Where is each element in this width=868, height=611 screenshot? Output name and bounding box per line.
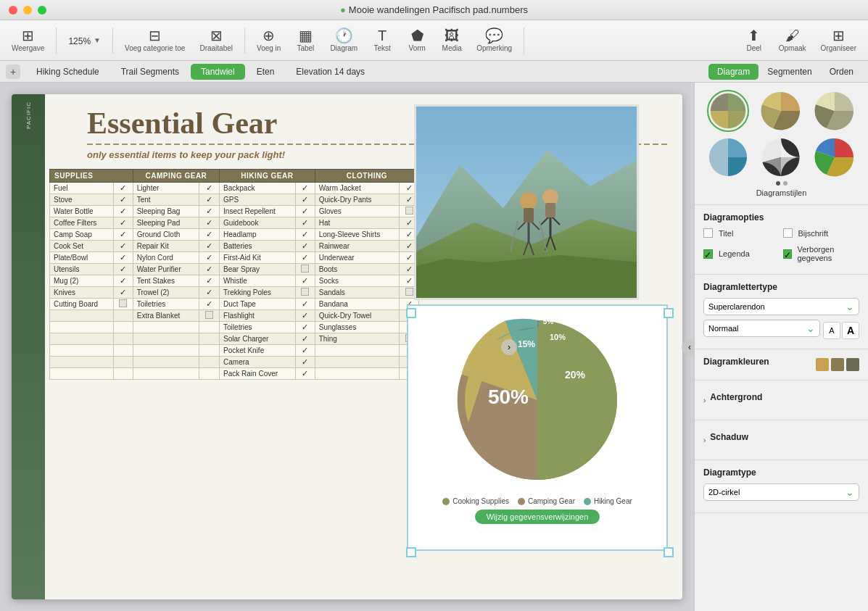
right-panel: Diagramstijlen Diagramopties Titel Bijsc… [694, 83, 868, 611]
share-button[interactable]: ⬆ Deel [738, 25, 770, 55]
media-icon: 🖼 [445, 28, 459, 43]
weergave-icon: ⊞ [22, 28, 34, 43]
col-camping: CAMPING GEAR [133, 170, 219, 183]
close-button[interactable] [9, 6, 17, 14]
hidden-data-label: Verborgen gegevens [798, 245, 860, 262]
font-size-large[interactable]: A [842, 322, 859, 339]
right-nav-arrow[interactable]: › [501, 339, 517, 355]
format-button[interactable]: 🖌 Opmaak [773, 25, 812, 55]
check-supplies[interactable]: ✓ [113, 229, 133, 241]
color-box-3[interactable] [846, 358, 859, 371]
check-supplies[interactable] [113, 299, 133, 310]
style-thumb-1[interactable] [707, 90, 749, 132]
check-supplies[interactable]: ✓ [113, 206, 133, 217]
tab-tandwiel[interactable]: Tandwiel [191, 64, 245, 80]
check-supplies[interactable]: ✓ [113, 183, 133, 194]
legend-cooking: Cooking Supplies [442, 497, 509, 505]
chart-type-title: Diagramtype [703, 467, 859, 478]
resize-handle-tl[interactable] [406, 308, 416, 318]
tab-trail-segments[interactable]: Trail Segments [111, 64, 189, 80]
check-supplies[interactable]: ✓ [113, 217, 133, 229]
diagram-font-section: Diagramlettertype Superclarendon ⌄ Norma… [695, 275, 868, 349]
table-row [50, 333, 114, 345]
check-supplies[interactable] [113, 368, 133, 380]
check-supplies[interactable]: ✓ [113, 287, 133, 299]
table-button[interactable]: ▦ Tabel [289, 25, 321, 55]
text-button[interactable]: T Tekst [366, 25, 398, 55]
minimize-button[interactable] [23, 6, 32, 14]
style-dot-1 [776, 181, 780, 186]
shape-button[interactable]: ⬟ Vorm [401, 25, 433, 55]
color-box-2[interactable] [831, 358, 844, 371]
rpanel-tab-segmenten[interactable]: Segmenten [759, 64, 820, 80]
resize-handle-br[interactable] [664, 547, 674, 557]
zoom-control[interactable]: 125% ▼ [62, 32, 107, 49]
titel-checkbox[interactable] [703, 228, 713, 238]
draaitabel-button[interactable]: ⊠ Draaitabel [194, 25, 239, 55]
font-style-select[interactable]: Normaal ⌄ [703, 320, 820, 337]
hidden-data-checkbox[interactable]: ✓ [783, 249, 792, 259]
left-nav-arrow[interactable]: ‹ [682, 339, 694, 355]
media-button[interactable]: 🖼 Media [436, 25, 468, 55]
tab-elevation[interactable]: Elevation 14 days [286, 64, 375, 80]
chart-legend: Cooking Supplies Camping Gear Hiking Gea… [439, 494, 635, 508]
legend-dot-cooking [442, 498, 450, 505]
style-thumb-2[interactable] [760, 90, 802, 132]
table-row: Knives [50, 287, 114, 299]
rpanel-tab-orden[interactable]: Orden [821, 64, 862, 80]
background-section: › Achtergrond [695, 381, 868, 420]
check-supplies[interactable] [113, 333, 133, 345]
color-box-1[interactable] [816, 358, 829, 371]
check-supplies[interactable]: ✓ [113, 275, 133, 287]
weergave-button[interactable]: ⊞ Weergave [6, 25, 50, 55]
check-supplies[interactable]: ✓ [113, 194, 133, 206]
shape-icon: ⬟ [411, 28, 423, 43]
table-row: Camp Soap [50, 229, 114, 241]
toolbar: ⊞ Weergave 125% ▼ ⊟ Voeg categorie toe ⊠… [0, 20, 868, 61]
main-layout: PACIFIC Essential Gear only essential it… [0, 83, 868, 611]
check-supplies[interactable] [113, 345, 133, 357]
titlebar: ●Mooie wandelingen Pacifisch pad.numbers [0, 0, 868, 20]
resize-handle-tr[interactable] [664, 308, 674, 318]
left-strip: PACIFIC [12, 94, 45, 599]
check-supplies[interactable]: ✓ [113, 252, 133, 264]
insert-icon: ⊕ [263, 28, 275, 43]
font-name-select[interactable]: Superclarendon ⌄ [703, 298, 859, 315]
check-supplies[interactable] [113, 310, 133, 322]
check-supplies[interactable] [113, 322, 133, 333]
maximize-button[interactable] [38, 6, 46, 14]
chart-area[interactable]: 50% 20% 15% 10% 5% Cooking Supplies Camp… [407, 304, 668, 551]
bijschrift-checkbox[interactable] [783, 228, 793, 238]
gear-table: SUPPLIES CAMPING GEAR HIKING GEAR CLOTHI… [49, 169, 419, 380]
check-supplies[interactable]: ✓ [113, 241, 133, 252]
style-thumb-4[interactable] [707, 136, 749, 178]
diagram-options-section: Diagramopties Titel Bijschrift ✓ Legenda… [695, 205, 868, 275]
style-thumb-5[interactable] [760, 136, 802, 178]
font-size-small[interactable]: A [823, 322, 840, 339]
tab-eten[interactable]: Eten [247, 64, 285, 80]
check-supplies[interactable] [113, 357, 133, 368]
legenda-checkbox[interactable]: ✓ [703, 249, 713, 259]
table-row: Water Bottle [50, 206, 114, 217]
insert-button[interactable]: ⊕ Voeg in [251, 25, 286, 55]
tab-hiking-schedule[interactable]: Hiking Schedule [26, 64, 109, 80]
comment-button[interactable]: 💬 Opmerking [471, 25, 518, 55]
style-thumb-3[interactable] [814, 90, 856, 132]
chart-type-select[interactable]: 2D-cirkel ⌄ [703, 483, 859, 501]
style-thumb-6[interactable] [814, 136, 856, 178]
resize-handle-bl[interactable] [406, 547, 416, 557]
rpanel-tab-diagram[interactable]: Diagram [708, 64, 759, 80]
font-style-arrow: ⌄ [806, 323, 815, 334]
change-ref-button[interactable]: Wijzig gegevensverwijzingen [475, 510, 600, 524]
add-tab-button[interactable]: + [6, 65, 20, 79]
background-collapse[interactable]: › Achtergrond [703, 388, 859, 412]
category-button[interactable]: ⊟ Voeg categorie toe [119, 25, 191, 55]
window-title: ●Mooie wandelingen Pacifisch pad.numbers [340, 4, 528, 15]
shadow-collapse[interactable]: › Schaduw [703, 428, 859, 452]
diagram-button[interactable]: 🕐 Diagram [324, 25, 363, 55]
photo-image [416, 107, 639, 299]
draaitabel-icon: ⊠ [210, 28, 223, 43]
organize-button[interactable]: ⊞ Organiseer [815, 25, 862, 55]
shadow-section: › Schaduw [695, 420, 868, 460]
check-supplies[interactable]: ✓ [113, 264, 133, 275]
